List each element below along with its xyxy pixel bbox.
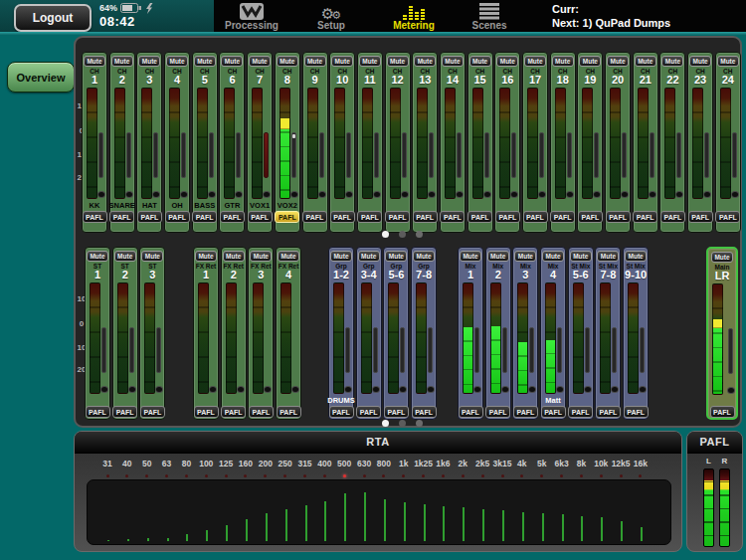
mute-button[interactable]: Mute <box>689 56 711 67</box>
mute-button[interactable]: Mute <box>166 56 188 67</box>
pafl-button[interactable]: PAFL <box>221 406 246 418</box>
pafl-button[interactable]: PAFL <box>277 406 301 418</box>
mute-button[interactable]: Mute <box>359 56 381 67</box>
mute-button[interactable]: Mute <box>385 251 407 262</box>
pafl-button[interactable]: PAFL <box>137 211 162 223</box>
mute-button[interactable]: Mute <box>387 56 409 67</box>
pafl-button[interactable]: PAFL <box>715 211 740 223</box>
tab-processing[interactable]: Processing <box>210 1 293 32</box>
mute-button[interactable]: Mute <box>607 56 629 67</box>
pafl-button[interactable]: PAFL <box>112 406 137 418</box>
mute-button[interactable]: Mute <box>597 251 619 262</box>
mute-button[interactable]: Mute <box>84 56 105 67</box>
pafl-button[interactable]: PAFL <box>275 211 299 223</box>
mute-button[interactable]: Mute <box>111 56 133 67</box>
mute-button[interactable]: Mute <box>414 56 436 67</box>
overview-button[interactable]: Overview <box>7 62 75 93</box>
pafl-button[interactable]: PAFL <box>495 211 520 223</box>
mute-button[interactable]: Mute <box>524 56 546 67</box>
pafl-button[interactable]: PAFL <box>249 406 274 418</box>
mute-button[interactable]: Mute <box>413 251 435 262</box>
mute-button[interactable]: Mute <box>195 251 217 262</box>
pafl-button[interactable]: PAFL <box>329 406 354 418</box>
tab-setup[interactable]: ⚙⚙ Setup <box>289 1 373 32</box>
mute-button[interactable]: Mute <box>87 251 108 262</box>
pafl-button[interactable]: PAFL <box>606 211 631 223</box>
mute-button[interactable]: Mute <box>711 252 733 263</box>
page-dot[interactable] <box>399 231 406 238</box>
page-dot[interactable] <box>416 231 423 238</box>
pafl-button[interactable]: PAFL <box>165 211 190 223</box>
mute-button[interactable]: Mute <box>141 251 163 262</box>
mute-button[interactable]: Mute <box>223 251 245 262</box>
pafl-button[interactable]: PAFL <box>194 406 219 418</box>
mute-button[interactable]: Mute <box>717 56 739 67</box>
page-indicator-row1[interactable] <box>382 231 423 238</box>
mute-button[interactable]: Mute <box>635 56 656 67</box>
pafl-button[interactable]: PAFL <box>248 211 273 223</box>
pafl-button[interactable]: PAFL <box>384 406 409 418</box>
pafl-button[interactable]: PAFL <box>140 406 165 418</box>
mute-button[interactable]: Mute <box>330 251 352 262</box>
mute-button[interactable]: Mute <box>514 251 536 262</box>
pafl-button[interactable]: PAFL <box>596 406 621 418</box>
mute-button[interactable]: Mute <box>487 251 509 262</box>
mute-button[interactable]: Mute <box>661 56 683 67</box>
page-dot[interactable] <box>399 420 406 427</box>
mute-button[interactable]: Mute <box>138 56 160 67</box>
pafl-button[interactable]: PAFL <box>385 211 410 223</box>
pafl-button[interactable]: PAFL <box>485 406 510 418</box>
pafl-button[interactable]: PAFL <box>220 211 245 223</box>
mute-button[interactable]: Mute <box>552 56 574 67</box>
pafl-button[interactable]: PAFL <box>710 406 735 418</box>
pafl-button[interactable]: PAFL <box>413 211 438 223</box>
mute-button[interactable]: Mute <box>625 251 647 262</box>
pafl-button[interactable]: PAFL <box>330 211 355 223</box>
tab-metering[interactable]: Metering <box>372 1 456 32</box>
mute-button[interactable]: Mute <box>250 251 272 262</box>
mute-button[interactable]: Mute <box>114 251 136 262</box>
mute-button[interactable]: Mute <box>358 251 380 262</box>
pafl-button[interactable]: PAFL <box>624 406 649 418</box>
pafl-button[interactable]: PAFL <box>412 406 437 418</box>
mute-button[interactable]: Mute <box>249 56 271 67</box>
mute-button[interactable]: Mute <box>277 56 298 67</box>
pafl-button[interactable]: PAFL <box>357 211 382 223</box>
pafl-button[interactable]: PAFL <box>467 211 492 223</box>
pafl-button[interactable]: PAFL <box>356 406 381 418</box>
tab-scenes[interactable]: Scenes <box>448 1 531 32</box>
mute-button[interactable]: Mute <box>579 56 601 67</box>
pafl-button[interactable]: PAFL <box>109 211 134 223</box>
page-dot[interactable] <box>416 420 423 427</box>
mute-button[interactable]: Mute <box>194 56 216 67</box>
pafl-button[interactable]: PAFL <box>660 211 685 223</box>
mute-button[interactable]: Mute <box>221 56 243 67</box>
pafl-button[interactable]: PAFL <box>541 406 566 418</box>
pafl-button[interactable]: PAFL <box>86 406 110 418</box>
pafl-button[interactable]: PAFL <box>550 211 575 223</box>
mute-button[interactable]: Mute <box>278 251 299 262</box>
mute-button[interactable]: Mute <box>469 56 491 67</box>
mute-button[interactable]: Mute <box>442 56 464 67</box>
mute-button[interactable]: Mute <box>496 56 518 67</box>
pafl-button[interactable]: PAFL <box>192 211 217 223</box>
page-dot[interactable] <box>382 420 389 427</box>
logout-button[interactable]: Logout <box>14 4 92 32</box>
pafl-button[interactable]: PAFL <box>568 406 593 418</box>
pafl-button[interactable]: PAFL <box>578 211 603 223</box>
mute-button[interactable]: Mute <box>460 251 481 262</box>
pafl-button[interactable]: PAFL <box>459 406 483 418</box>
pafl-button[interactable]: PAFL <box>513 406 538 418</box>
page-dot[interactable] <box>382 231 389 238</box>
pafl-button[interactable]: PAFL <box>688 211 713 223</box>
mute-button[interactable]: Mute <box>542 251 564 262</box>
pafl-button[interactable]: PAFL <box>302 211 327 223</box>
page-indicator-row2[interactable] <box>382 420 423 427</box>
pafl-button[interactable]: PAFL <box>440 211 465 223</box>
pafl-button[interactable]: PAFL <box>83 211 107 223</box>
mute-button[interactable]: Mute <box>304 56 326 67</box>
mute-button[interactable]: Mute <box>570 251 592 262</box>
pafl-button[interactable]: PAFL <box>633 211 657 223</box>
mute-button[interactable]: Mute <box>331 56 353 67</box>
pafl-button[interactable]: PAFL <box>523 211 548 223</box>
